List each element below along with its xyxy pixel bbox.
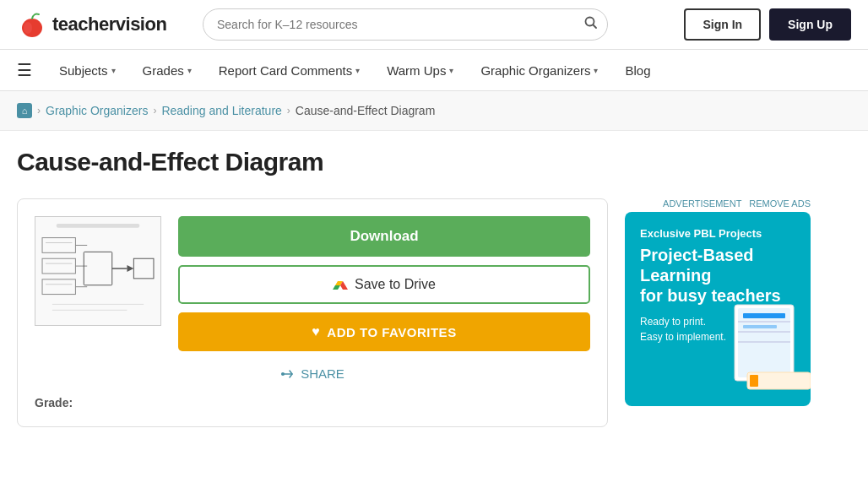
- share-label: SHARE: [301, 366, 344, 381]
- svg-point-1: [24, 22, 32, 34]
- grade-section: Grade:: [35, 396, 590, 409]
- chevron-down-icon: ▾: [187, 66, 192, 75]
- signup-button[interactable]: Sign Up: [769, 8, 851, 41]
- nav-graphic-organizers-label: Graphic Organizers: [480, 63, 590, 78]
- ad-label: ADVERTISEMENT REMOVE ADS: [625, 198, 811, 209]
- logo-icon: [17, 9, 47, 40]
- save-to-drive-button[interactable]: Save to Drive: [178, 265, 590, 304]
- nav-warm-ups-label: Warm Ups: [387, 63, 446, 78]
- breadcrumb-graphic-organizers[interactable]: Graphic Organizers: [46, 104, 148, 117]
- resource-actions: Download Save to Drive ♥ ADD TO FAVORITE…: [178, 216, 590, 351]
- svg-rect-31: [743, 325, 777, 328]
- grade-label: Grade:: [35, 396, 73, 409]
- share-icon: [280, 367, 294, 381]
- share-row[interactable]: SHARE: [35, 363, 590, 384]
- ad-exclusive-label: Exclusive PBL Projects: [640, 227, 795, 240]
- nav-subjects[interactable]: Subjects ▾: [46, 52, 129, 89]
- svg-line-3: [594, 25, 597, 29]
- download-button[interactable]: Download: [178, 216, 590, 257]
- nav-grades-label: Grades: [143, 63, 184, 78]
- svg-rect-5: [57, 224, 139, 228]
- ad-sidebar: ADVERTISEMENT REMOVE ADS Exclusive PBL P…: [625, 198, 811, 406]
- breadcrumb-current: Cause-and-Effect Diagram: [296, 104, 435, 117]
- main-nav: ☰ Subjects ▾ Grades ▾ Report Card Commen…: [0, 50, 868, 91]
- chevron-down-icon: ▾: [449, 66, 453, 75]
- svg-rect-26: [738, 308, 790, 377]
- save-to-drive-label: Save to Drive: [355, 277, 436, 292]
- breadcrumb-home[interactable]: ⌂: [17, 103, 32, 118]
- signin-button[interactable]: Sign In: [684, 8, 761, 41]
- hamburger-button[interactable]: ☰: [17, 50, 46, 90]
- main-content: Download Save to Drive ♥ ADD TO FAVORITE…: [0, 190, 868, 444]
- chevron-down-icon: ▾: [355, 66, 360, 75]
- resource-top: Download Save to Drive ♥ ADD TO FAVORITE…: [35, 216, 590, 351]
- heart-icon: ♥: [312, 324, 320, 339]
- svg-point-24: [281, 372, 285, 376]
- svg-marker-21: [333, 285, 340, 290]
- logo-link[interactable]: teachervision: [17, 9, 186, 40]
- drive-icon: [333, 278, 348, 291]
- nav-grades[interactable]: Grades ▾: [129, 52, 205, 89]
- nav-blog[interactable]: Blog: [611, 52, 664, 89]
- nav-report-card-label: Report Card Comments: [219, 63, 352, 78]
- chevron-down-icon: ▾: [111, 66, 116, 75]
- header-actions: Sign In Sign Up: [684, 8, 851, 41]
- search-button[interactable]: [584, 16, 598, 33]
- add-to-favorites-button[interactable]: ♥ ADD TO FAVORITES: [178, 312, 590, 351]
- ad-book-visual: [726, 288, 811, 398]
- header: teachervision Sign In Sign Up: [0, 0, 868, 50]
- hamburger-icon: ☰: [17, 61, 32, 79]
- chevron-down-icon: ▾: [594, 66, 598, 75]
- breadcrumb-sep-3: ›: [287, 105, 290, 117]
- page-title: Cause-and-Effect Diagram: [17, 148, 851, 176]
- nav-subjects-label: Subjects: [59, 63, 108, 78]
- add-to-favorites-label: ADD TO FAVORITES: [327, 325, 456, 339]
- nav-warm-ups[interactable]: Warm Ups ▾: [373, 52, 467, 89]
- breadcrumb: ⌂ › Graphic Organizers › Reading and Lit…: [0, 91, 868, 131]
- breadcrumb-sep-2: ›: [153, 105, 156, 117]
- page-title-section: Cause-and-Effect Diagram: [0, 131, 868, 190]
- home-icon: ⌂: [17, 103, 32, 118]
- ad-card: Exclusive PBL Projects Project-Based Lea…: [625, 212, 811, 406]
- nav-graphic-organizers[interactable]: Graphic Organizers ▾: [467, 52, 611, 89]
- logo-text: teachervision: [52, 14, 166, 35]
- svg-rect-30: [743, 313, 785, 318]
- remove-ads-button[interactable]: REMOVE ADS: [749, 198, 811, 209]
- diagram-preview: [35, 217, 160, 325]
- breadcrumb-sep-1: ›: [37, 105, 41, 117]
- breadcrumb-reading-literature[interactable]: Reading and Literature: [161, 104, 281, 117]
- nav-blog-label: Blog: [625, 63, 650, 78]
- search-input[interactable]: [203, 8, 608, 41]
- resource-thumbnail: [35, 216, 161, 326]
- search-bar: [203, 8, 608, 41]
- svg-rect-4: [35, 217, 160, 325]
- svg-rect-33: [750, 375, 758, 387]
- search-icon: [584, 16, 598, 30]
- nav-report-card[interactable]: Report Card Comments ▾: [205, 52, 373, 89]
- resource-card: Download Save to Drive ♥ ADD TO FAVORITE…: [17, 198, 608, 427]
